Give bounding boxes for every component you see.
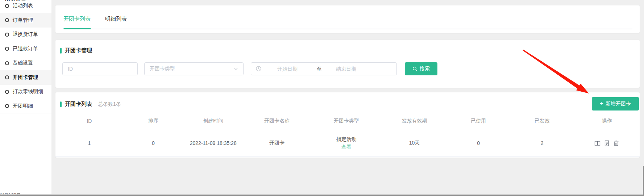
- card-book-icon[interactable]: [594, 140, 601, 146]
- column-header-used: 已使用: [447, 118, 510, 124]
- plus-icon: +: [600, 100, 603, 107]
- column-header-actions: 操作: [574, 118, 640, 124]
- column-header-name: 开团卡名称: [243, 118, 311, 124]
- radio-circle-icon: [5, 33, 9, 37]
- cell-created: 2022-11-09 18:35:28: [183, 140, 243, 146]
- end-date-placeholder[interactable]: 结束日期: [328, 63, 364, 75]
- trash-icon[interactable]: [613, 140, 619, 146]
- list-card: 开团卡列表 总条数1条 + 新增开团卡 ID 排序 创建时间 开团卡名称 开团卡…: [55, 92, 640, 158]
- sidebar-item-label: 活动列表: [13, 3, 33, 9]
- sidebar-item-group-card-management[interactable]: 开团卡管理: [0, 71, 51, 85]
- sidebar-item-order-management[interactable]: 订单管理: [0, 13, 51, 28]
- sidebar-item-label: 订单管理: [13, 17, 33, 24]
- table-header-row: ID 排序 创建时间 开团卡名称 开团卡类型 发放有效期 已使用 已发放 操作: [55, 112, 640, 130]
- list-section-title: 开团卡列表: [65, 101, 92, 108]
- table-row: 1 0 2022-11-09 18:35:28 开团卡 指定活动 查看 10天 …: [55, 130, 640, 157]
- radio-circle-icon: [5, 4, 9, 8]
- sidebar-item-label: 开团明细: [13, 103, 33, 109]
- cell-validity: 10天: [382, 140, 447, 146]
- cell-sort: 0: [123, 140, 183, 146]
- section-accent-bar: [60, 48, 62, 54]
- tab-detail-list[interactable]: 明细列表: [105, 16, 127, 22]
- filter-card: 开团卡管理 开团卡类型 开始日期 至 结束日期 搜索: [55, 40, 640, 88]
- radio-circle-icon: [5, 61, 9, 65]
- filter-section-title: 开团卡管理: [65, 47, 92, 54]
- sidebar-item-label: 打款零钱明细: [13, 88, 43, 95]
- cell-issued: 2: [510, 140, 574, 146]
- cell-name: 开团卡: [243, 140, 311, 146]
- tab-card: 开团卡列表 明细列表: [55, 5, 640, 33]
- radio-circle-icon: [5, 90, 9, 94]
- id-input[interactable]: [62, 62, 138, 75]
- select-placeholder: 开团卡类型: [150, 66, 234, 72]
- date-range-picker[interactable]: 开始日期 至 结束日期: [251, 62, 397, 75]
- column-header-validity: 发放有效期: [382, 118, 447, 124]
- sidebar-item-refunded-orders[interactable]: 已退款订单: [0, 42, 51, 57]
- radio-circle-icon: [5, 18, 9, 22]
- sidebar-item-return-orders[interactable]: 退换货订单: [0, 28, 51, 42]
- sidebar-clipped-item-top: 活动管理: [0, 0, 51, 2]
- sidebar-item-basic-settings[interactable]: 基础设置: [0, 56, 51, 71]
- page: 活动列表 订单管理 退换货订单 已退款订单 基础设置 开团卡管理: [0, 0, 644, 196]
- radio-circle-icon: [5, 47, 9, 51]
- sidebar-item-payment-change-detail[interactable]: 打款零钱明细: [0, 85, 51, 99]
- column-header-issued: 已发放: [510, 118, 574, 124]
- section-accent-bar: [60, 101, 62, 107]
- column-header-type: 开团卡类型: [311, 118, 382, 124]
- sidebar-item-group-detail[interactable]: 开团明细: [0, 99, 51, 114]
- cell-type: 指定活动: [336, 136, 357, 143]
- cell-used: 0: [447, 140, 510, 146]
- chevron-down-icon: [234, 67, 238, 71]
- sidebar-item-label: 开团卡管理: [13, 74, 38, 81]
- sidebar: 活动列表 订单管理 退换货订单 已退款订单 基础设置 开团卡管理: [0, 0, 51, 194]
- date-separator: 至: [312, 63, 327, 75]
- cell-id: 1: [55, 140, 123, 146]
- column-header-id: ID: [55, 118, 123, 124]
- add-button-label: 新增开团卡: [606, 101, 631, 107]
- search-button-label: 搜索: [420, 66, 430, 72]
- view-link[interactable]: 查看: [341, 144, 352, 150]
- active-tab-underline: [63, 28, 91, 29]
- group-card-type-select[interactable]: 开团卡类型: [144, 62, 244, 75]
- sidebar-item-label: 基础设置: [13, 60, 33, 66]
- horizontal-scrollbar[interactable]: [0, 195, 644, 196]
- column-header-sort: 排序: [123, 118, 183, 124]
- tab-group-card-list[interactable]: 开团卡列表: [63, 16, 91, 22]
- sidebar-item-label: 退换货订单: [13, 31, 38, 38]
- add-group-card-button[interactable]: + 新增开团卡: [592, 97, 639, 110]
- sidebar-item-activity-list[interactable]: 活动列表: [0, 0, 51, 13]
- radio-circle-icon: [5, 104, 9, 108]
- start-date-placeholder[interactable]: 开始日期: [269, 63, 306, 75]
- clock-icon: [256, 66, 261, 71]
- sidebar-item-label: 已退款订单: [13, 46, 38, 52]
- tabs-track-line: [63, 29, 632, 29]
- total-count-text: 总条数1条: [98, 101, 121, 108]
- radio-circle-icon: [5, 75, 9, 79]
- detail-document-icon[interactable]: [604, 140, 610, 146]
- column-header-created: 创建时间: [183, 118, 243, 124]
- search-button[interactable]: 搜索: [405, 62, 437, 75]
- search-icon: [412, 66, 417, 71]
